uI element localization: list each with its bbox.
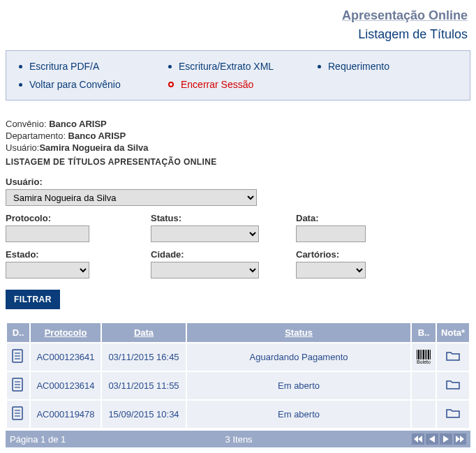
status-label: Status: (151, 213, 290, 223)
label: Convênio: (6, 119, 49, 129)
label: Departamento: (6, 131, 68, 141)
cell-protocolo: AC000123641 (31, 343, 101, 371)
boleto-icon[interactable]: Boleto (416, 350, 431, 364)
pager-page-text: Página 1 de 1 (10, 434, 66, 445)
cell-data: 15/09/2015 10:34 (102, 401, 186, 428)
pager-prev-button[interactable] (426, 433, 438, 445)
protocolo-input[interactable] (6, 225, 89, 242)
bullet-icon (168, 65, 172, 68)
cell-status: Em aberto (187, 401, 410, 428)
svg-rect-10 (426, 350, 427, 359)
usuario-label: Usuário: (6, 177, 290, 187)
next-icon (443, 436, 449, 443)
menu-item-encerrar[interactable]: Encerrar Sessão (168, 79, 311, 90)
svg-rect-12 (430, 350, 431, 359)
data-label: Data: (296, 213, 436, 223)
folder-icon[interactable] (446, 350, 460, 362)
prev-icon (429, 436, 435, 443)
page-subtitle: Listagem de Títulos (6, 27, 468, 42)
estado-select[interactable] (6, 262, 89, 279)
boleto-label: Boleto (417, 359, 431, 364)
menu-link[interactable]: Requerimento (328, 61, 389, 72)
filters: Usuário: Samira Nogueira da Silva Protoc… (6, 177, 470, 279)
menu-item-voltar[interactable]: Voltar para Convênio (19, 79, 161, 90)
value: Banco ARISP (49, 119, 107, 129)
last-icon (456, 436, 464, 443)
folder-icon[interactable] (446, 408, 460, 419)
document-icon[interactable] (12, 406, 24, 420)
table-row: AC00012364103/11/2015 16:45Aguardando Pa… (7, 343, 469, 371)
cell-protocolo: AC000119478 (31, 401, 101, 428)
cell-status: Aguardando Pagamento (187, 343, 410, 371)
value: Banco ARISP (68, 131, 126, 141)
svg-rect-11 (428, 350, 429, 359)
info-convenio: Convênio: Banco ARISP (6, 119, 470, 129)
pager-count-text: 3 Itens (225, 434, 253, 445)
usuario-select[interactable]: Samira Nogueira da Silva (6, 189, 257, 206)
cidade-select[interactable] (151, 262, 259, 279)
cell-data: 03/11/2015 16:45 (102, 343, 186, 371)
info-departamento: Departamento: Banco ARISP (6, 131, 470, 141)
status-select[interactable] (151, 225, 259, 242)
cell-data: 03/11/2015 11:55 (102, 372, 186, 399)
menu-link[interactable]: Voltar para Convênio (29, 79, 121, 90)
data-input[interactable] (296, 225, 366, 242)
value: Samira Nogueira da Silva (39, 142, 148, 153)
menu-item-requerimento[interactable]: Requerimento (318, 61, 460, 72)
folder-icon[interactable] (446, 379, 460, 390)
bullet-icon (318, 65, 321, 68)
cell-protocolo: AC000123614 (31, 372, 101, 399)
col-data[interactable]: Data (102, 323, 186, 342)
estado-label: Estado: (6, 249, 145, 260)
svg-rect-6 (420, 350, 421, 359)
results-table: D.. Protocolo Data Status B.. Nota* AC00… (6, 322, 470, 429)
pager: Página 1 de 1 3 Itens (6, 431, 470, 447)
table-row: AC00012361403/11/2015 11:55Em aberto (7, 372, 469, 399)
bullet-icon (19, 65, 22, 68)
protocolo-label: Protocolo: (6, 213, 145, 223)
close-circle-icon (168, 82, 174, 87)
svg-rect-4 (417, 350, 417, 359)
col-nota[interactable]: Nota* (437, 323, 469, 342)
first-icon (414, 436, 422, 443)
svg-rect-7 (422, 350, 422, 359)
cartorios-select[interactable] (296, 262, 366, 279)
col-doc[interactable]: D.. (7, 323, 29, 342)
page-title: Apresentação Online (6, 8, 468, 23)
menu-item-escritura-pdf[interactable]: Escritura PDF/A (19, 61, 161, 72)
svg-rect-5 (418, 350, 419, 359)
menu-link[interactable]: Escritura PDF/A (29, 61, 99, 72)
main-menu: Escritura PDF/A Escritura/Extrato XML Re… (6, 50, 470, 101)
pager-next-button[interactable] (440, 433, 452, 445)
label: Usuário: (6, 142, 39, 153)
menu-link[interactable]: Encerrar Sessão (181, 79, 253, 90)
document-icon[interactable] (12, 378, 24, 392)
svg-rect-8 (423, 350, 424, 359)
filter-button[interactable]: FILTRAR (6, 290, 60, 309)
col-protocolo[interactable]: Protocolo (31, 323, 101, 342)
svg-rect-9 (425, 350, 426, 359)
menu-item-escritura-xml[interactable]: Escritura/Extrato XML (168, 61, 311, 72)
pager-first-button[interactable] (412, 433, 424, 445)
pager-last-button[interactable] (454, 433, 466, 445)
bullet-icon (19, 83, 22, 87)
cell-status: Em aberto (187, 372, 410, 399)
cartorios-label: Cartórios: (296, 249, 436, 260)
col-status[interactable]: Status (187, 323, 410, 342)
table-row: AC00011947815/09/2015 10:34Em aberto (7, 401, 469, 428)
col-boleto[interactable]: B.. (412, 323, 436, 342)
document-icon[interactable] (12, 349, 24, 363)
menu-link[interactable]: Escritura/Extrato XML (179, 61, 274, 72)
cidade-label: Cidade: (151, 249, 290, 260)
info-usuario: Usuário:Samira Nogueira da Silva (6, 142, 470, 153)
section-title: LISTAGEM DE TÍTULOS APRESENTAÇÃO ONLINE (6, 157, 470, 167)
